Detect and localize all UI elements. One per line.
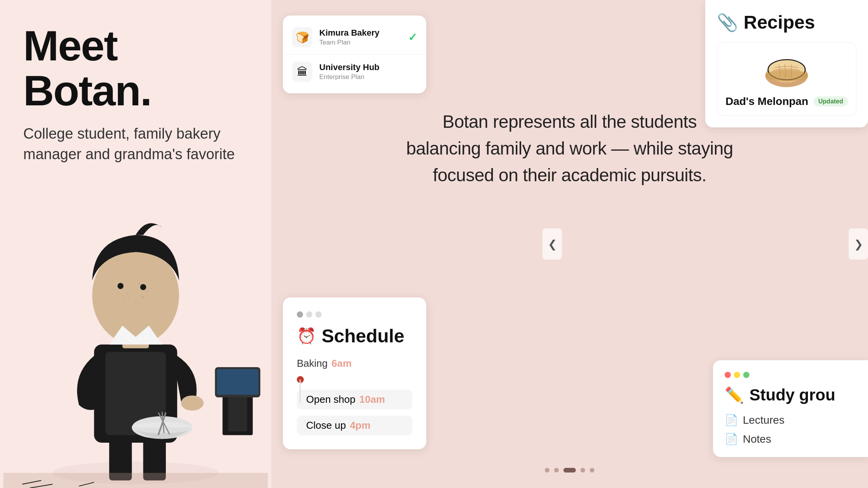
study-dot-red xyxy=(725,372,731,378)
svg-point-18 xyxy=(135,302,136,304)
window-dots xyxy=(297,311,412,318)
baking-label: Baking xyxy=(297,357,328,369)
study-item-lectures: 📄 Lectures xyxy=(725,414,856,426)
close-up-label: Close up xyxy=(306,419,346,431)
svg-point-5 xyxy=(181,395,204,411)
university-name: University Hub xyxy=(319,62,417,72)
melonpan-label: Dad's Melonpan xyxy=(725,95,808,108)
clock-icon: ⏰ xyxy=(297,327,316,345)
main-title: Meet Botan. xyxy=(23,23,248,113)
bakery-check: ✓ xyxy=(408,31,417,44)
schedule-pin-row xyxy=(297,376,412,383)
bakery-plan: Team Plan xyxy=(319,39,401,46)
svg-point-16 xyxy=(146,291,148,292)
next-arrow[interactable]: ❯ xyxy=(849,229,868,259)
study-header: ✏️ Study grou xyxy=(725,386,856,404)
study-dot-green xyxy=(743,372,749,378)
schedule-title: Schedule xyxy=(322,325,404,347)
prev-arrow[interactable]: ❮ xyxy=(542,229,562,259)
page-dot-3[interactable] xyxy=(563,468,576,473)
schedule-item-open: Open shop 10am xyxy=(297,390,412,409)
page-dot-4[interactable] xyxy=(580,468,585,473)
svg-point-17 xyxy=(124,299,125,300)
subtitle: College student, family bakerymanager an… xyxy=(23,124,248,165)
svg-point-15 xyxy=(138,283,140,285)
bread-svg xyxy=(760,50,814,89)
schedule-line xyxy=(300,380,301,403)
svg-point-21 xyxy=(117,283,124,289)
svg-point-14 xyxy=(127,293,129,294)
botan-illustration xyxy=(0,186,271,488)
university-plan: Enterprise Plan xyxy=(319,73,417,81)
study-title: Study grou xyxy=(749,386,835,404)
bakery-name: Kimura Bakery xyxy=(319,28,401,38)
page-dot-2[interactable] xyxy=(554,468,559,473)
study-item-notes: 📄 Notes xyxy=(725,433,856,445)
workspace-item-university[interactable]: 🏛 University Hub Enterprise Plan xyxy=(283,54,426,89)
page-dot-1[interactable] xyxy=(545,468,549,473)
page-dot-5[interactable] xyxy=(590,468,594,473)
svg-point-22 xyxy=(140,284,146,290)
svg-point-32 xyxy=(765,70,808,81)
schedule-items: Baking 6am Open shop 10am Close up 4pm xyxy=(297,357,412,435)
close-up-time: 4pm xyxy=(350,419,370,431)
melonpan-label-row: Dad's Melonpan Updated xyxy=(725,95,848,108)
dot-2 xyxy=(306,311,312,318)
paperclip-icon: 📎 xyxy=(717,12,738,33)
dot-3 xyxy=(315,311,322,318)
left-panel: Meet Botan. College student, family bake… xyxy=(0,0,271,488)
schedule-card: ⏰ Schedule Baking 6am Open shop 10am Clo… xyxy=(283,297,426,449)
pagination xyxy=(545,468,594,473)
svg-point-19 xyxy=(142,296,144,298)
svg-rect-26 xyxy=(217,369,258,395)
open-shop-label: Open shop xyxy=(306,393,355,406)
schedule-item-close: Close up 4pm xyxy=(297,416,412,435)
baking-time: 6am xyxy=(332,357,352,369)
schedule-item-baking: Baking 6am xyxy=(297,357,412,369)
dot-1 xyxy=(297,311,303,318)
study-group-card: ✏️ Study grou 📄 Lectures 📄 Notes xyxy=(713,360,868,457)
description-text: Botan represents all the students balanc… xyxy=(283,108,856,189)
bakery-info: Kimura Bakery Team Plan xyxy=(319,28,401,46)
svg-point-20 xyxy=(131,306,133,308)
study-dot-yellow xyxy=(734,372,740,378)
pencil-icon: ✏️ xyxy=(725,386,744,404)
lectures-icon: 📄 xyxy=(725,414,738,426)
study-items: 📄 Lectures 📄 Notes xyxy=(725,414,856,445)
study-window-dots xyxy=(725,372,856,378)
lectures-label: Lectures xyxy=(743,414,784,426)
recipes-title: Recipes xyxy=(744,12,815,33)
bakery-icon: 🍞 xyxy=(292,27,312,47)
right-panel: ❮ ❯ 🍞 Kimura Bakery Team Plan ✓ 🏛 Univer… xyxy=(271,0,868,488)
open-shop-time: 10am xyxy=(359,393,385,406)
updated-badge: Updated xyxy=(814,96,848,107)
university-info: University Hub Enterprise Plan xyxy=(319,62,417,81)
recipes-header: 📎 Recipes xyxy=(717,12,856,33)
workspace-card: 🍞 Kimura Bakery Team Plan ✓ 🏛 University… xyxy=(283,15,426,93)
notes-label: Notes xyxy=(743,433,771,445)
university-icon: 🏛 xyxy=(292,62,312,82)
workspace-item-bakery[interactable]: 🍞 Kimura Bakery Team Plan ✓ xyxy=(283,20,426,54)
melonpan-card[interactable]: Dad's Melonpan Updated xyxy=(717,42,856,116)
schedule-header: ⏰ Schedule xyxy=(297,325,412,347)
notes-icon: 📄 xyxy=(725,433,738,445)
